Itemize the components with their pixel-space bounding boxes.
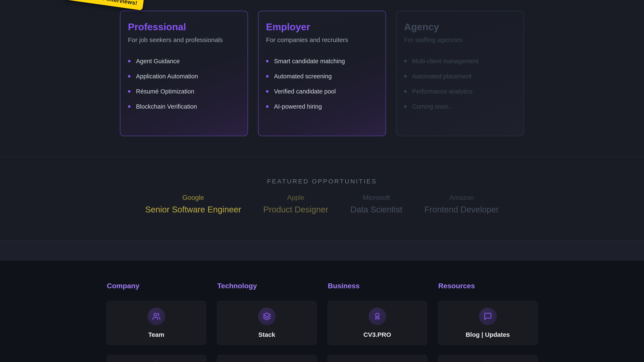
- plan-feature: Automated screening: [266, 69, 378, 84]
- footer-card-cv3pro[interactable]: CV3.PRO: [328, 301, 427, 345]
- footer-heading: Resources: [438, 282, 538, 290]
- footer-heading: Technology: [218, 282, 317, 290]
- footer-grid: Company Team Technology: [106, 282, 538, 362]
- plan-feature: AI-powered hiring: [266, 99, 378, 114]
- footer-card-partial[interactable]: [217, 355, 317, 362]
- job-role: Frontend Developer: [424, 205, 499, 214]
- footer-card-label: Stack: [258, 331, 275, 338]
- bullet-dot-icon: [404, 105, 406, 108]
- job-role: Product Designer: [263, 205, 328, 214]
- plan-feature-list: Agent Guidance Application Automation Ré…: [128, 54, 240, 114]
- featured-job-google[interactable]: Google Senior Software Engineer: [145, 194, 241, 214]
- earn-badge: Earn $$$ for Interviews!: [64, 0, 144, 10]
- footer-card-stack[interactable]: Stack: [217, 301, 317, 345]
- job-role: Data Scientist: [350, 205, 402, 214]
- award-icon: [373, 312, 382, 321]
- plan-feature: Verified candidate pool: [266, 84, 378, 99]
- plans-section: Earn $$$ for Interviews! Professional Fo…: [0, 0, 644, 157]
- job-company: Microsoft: [350, 194, 402, 201]
- plan-subtitle: For job seekers and professionals: [128, 36, 240, 43]
- message-square-icon: [484, 312, 492, 321]
- plan-subtitle: For staffing agencies: [404, 36, 516, 43]
- bullet-dot-icon: [266, 90, 268, 93]
- featured-job-amazon[interactable]: Amazon Frontend Developer: [424, 194, 499, 214]
- plan-card-agency: Agency For staffing agencies Multi-clien…: [396, 11, 524, 136]
- footer-column-technology: Technology Stack: [217, 282, 317, 362]
- plan-card-employer[interactable]: Employer For companies and recruiters Sm…: [258, 11, 386, 136]
- job-company: Google: [145, 194, 241, 201]
- bullet-dot-icon: [128, 105, 130, 108]
- plan-feature: Blockchain Verification: [128, 99, 240, 114]
- footer-card-blog[interactable]: Blog | Updates: [438, 301, 538, 345]
- footer-column-business: Business CV3.PRO: [328, 282, 427, 362]
- footer-card-partial[interactable]: [328, 355, 427, 362]
- footer-card-partial[interactable]: [106, 355, 206, 362]
- bullet-dot-icon: [128, 75, 130, 78]
- footer-card-label: Team: [148, 331, 164, 338]
- bullet-dot-icon: [266, 60, 268, 62]
- plan-card-professional[interactable]: Professional For job seekers and profess…: [120, 11, 248, 136]
- bullet-dot-icon: [128, 90, 130, 93]
- bullet-dot-icon: [404, 75, 406, 78]
- bullet-dot-icon: [128, 60, 130, 62]
- footer-card-partial[interactable]: [438, 355, 538, 362]
- bullet-dot-icon: [266, 75, 268, 78]
- footer-heading: Company: [107, 282, 206, 290]
- plan-feature: Coming soon...: [404, 99, 516, 114]
- job-role: Senior Software Engineer: [145, 205, 241, 214]
- featured-job-microsoft[interactable]: Microsoft Data Scientist: [350, 194, 402, 214]
- featured-heading: FEATURED OPPORTUNITIES: [0, 178, 644, 185]
- plan-feature: Agent Guidance: [128, 54, 240, 69]
- plan-feature: Smart candidate matching: [266, 54, 378, 69]
- plan-feature: Résumé Optimization: [128, 84, 240, 99]
- layers-icon: [263, 312, 271, 321]
- job-company: Apple: [263, 194, 328, 201]
- plan-feature: Application Automation: [128, 69, 240, 84]
- footer-card-team[interactable]: Team: [106, 301, 206, 345]
- plan-title: Agency: [404, 22, 516, 32]
- featured-opportunities-section: FEATURED OPPORTUNITIES Google Senior Sof…: [0, 157, 644, 240]
- icon-circle: [368, 308, 386, 325]
- bullet-dot-icon: [404, 90, 406, 93]
- spacer-band: [0, 240, 644, 261]
- plan-subtitle: For companies and recruiters: [266, 36, 378, 43]
- footer-heading: Business: [328, 282, 427, 290]
- users-icon: [152, 312, 160, 321]
- bullet-dot-icon: [266, 105, 268, 108]
- plan-feature: Automated placement: [404, 69, 516, 84]
- plan-feature: Performance analytics: [404, 84, 516, 99]
- plans-row: Earn $$$ for Interviews! Professional Fo…: [0, 0, 644, 136]
- plan-title: Employer: [266, 22, 378, 32]
- icon-circle: [479, 308, 497, 325]
- plan-feature-list: Multi-client management Automated placem…: [404, 54, 516, 114]
- featured-jobs-row: Google Senior Software Engineer Apple Pr…: [0, 194, 644, 214]
- plan-feature-list: Smart candidate matching Automated scree…: [266, 54, 378, 114]
- footer-card-label: CV3.PRO: [364, 331, 391, 338]
- bullet-dot-icon: [404, 60, 406, 62]
- footer: Company Team Technology: [0, 261, 644, 362]
- icon-circle: [258, 308, 276, 325]
- footer-card-label: Blog | Updates: [466, 331, 510, 338]
- footer-column-company: Company Team: [106, 282, 206, 362]
- footer-column-resources: Resources Blog | Updates: [438, 282, 538, 362]
- job-company: Amazon: [424, 194, 499, 201]
- plan-feature: Multi-client management: [404, 54, 516, 69]
- plan-title: Professional: [128, 22, 240, 32]
- featured-job-apple[interactable]: Apple Product Designer: [263, 194, 328, 214]
- icon-circle: [148, 308, 165, 325]
